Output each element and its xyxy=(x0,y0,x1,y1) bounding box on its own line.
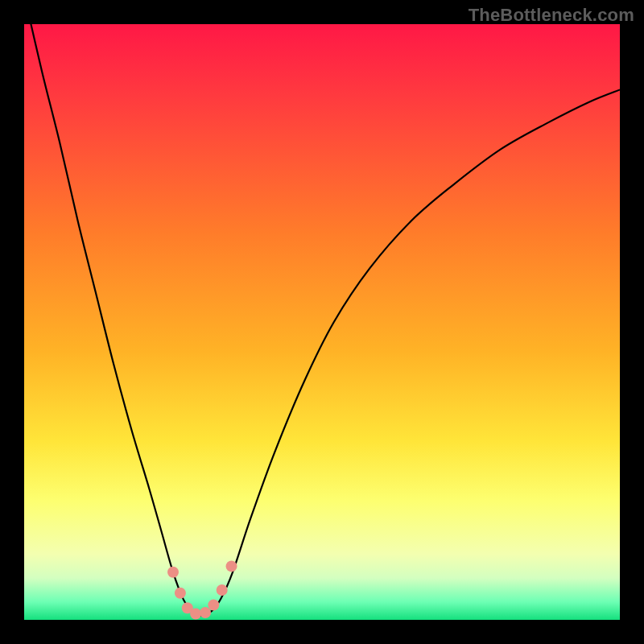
chart-frame: TheBottleneck.com xyxy=(0,0,644,644)
dot xyxy=(208,600,219,611)
dot xyxy=(200,607,211,618)
dot xyxy=(217,584,228,596)
dot xyxy=(190,609,201,620)
dot xyxy=(167,567,179,578)
dot xyxy=(226,560,237,572)
bottleneck-curve xyxy=(24,24,620,616)
watermark-text: TheBottleneck.com xyxy=(469,5,634,26)
bottom-dots-group xyxy=(167,560,237,619)
curve-layer xyxy=(24,24,620,620)
dot xyxy=(175,588,186,599)
plot-area xyxy=(24,24,620,620)
